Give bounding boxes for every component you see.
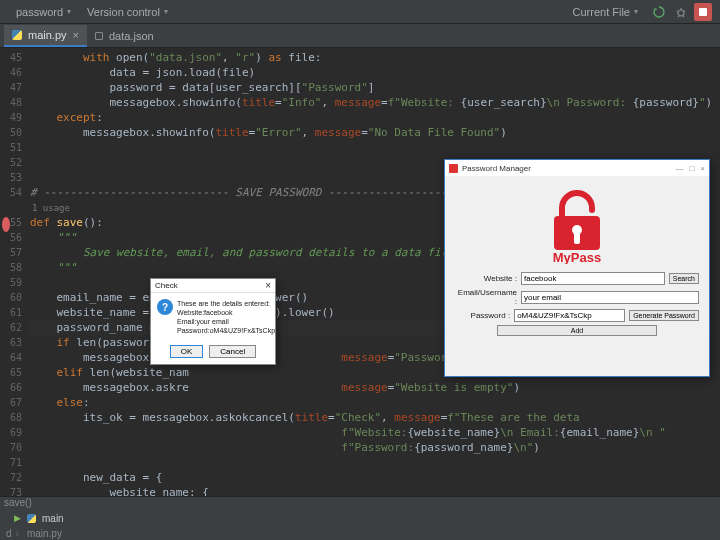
crumb-item[interactable]: main.py <box>27 528 62 539</box>
info-icon: ? <box>157 299 173 315</box>
run-tab[interactable]: ▶main <box>0 511 720 525</box>
search-button[interactable]: Search <box>669 273 699 284</box>
breadcrumb: d›main.py <box>0 525 720 540</box>
vcs-label: Version control <box>87 6 160 18</box>
add-button[interactable]: Add <box>497 325 657 336</box>
rerun-icon[interactable] <box>650 3 668 21</box>
email-input[interactable] <box>521 291 699 304</box>
dialog-message: These are the details entered: Website:f… <box>177 299 275 335</box>
pm-title-text: Password Manager <box>462 164 531 173</box>
website-input[interactable] <box>521 272 665 285</box>
python-file-icon <box>27 514 36 523</box>
maximize-icon[interactable]: □ <box>689 164 694 173</box>
close-icon[interactable]: × <box>265 280 271 291</box>
dialog-title: Check <box>155 281 178 290</box>
status-text: save() <box>4 497 32 508</box>
password-manager-window: Password Manager —□× MyPass Website : Se… <box>444 159 710 377</box>
lock-icon <box>449 164 458 173</box>
run-config-label: Current File <box>573 6 630 18</box>
tab-label: main.py <box>28 29 67 41</box>
tab-main-py[interactable]: main.py× <box>4 25 87 47</box>
vcs-selector[interactable]: Version control▾ <box>79 3 176 21</box>
close-icon[interactable]: × <box>73 29 79 41</box>
crumb-item[interactable]: d <box>6 528 12 539</box>
status-bar: save() <box>0 497 720 511</box>
pm-titlebar[interactable]: Password Manager —□× <box>445 160 709 176</box>
chevron-right-icon: ▶ <box>14 513 21 523</box>
python-file-icon <box>12 30 22 40</box>
bottom-panel: save() ▶main d›main.py <box>0 496 720 540</box>
pm-logo: MyPass <box>445 176 709 270</box>
minimize-icon[interactable]: — <box>675 164 683 173</box>
tab-data-json[interactable]: data.json <box>87 25 162 47</box>
generate-password-button[interactable]: Generate Password <box>629 310 699 321</box>
svg-text:MyPass: MyPass <box>553 250 601 264</box>
tab-label: data.json <box>109 30 154 42</box>
json-file-icon <box>95 32 103 40</box>
chevron-down-icon: ▾ <box>634 7 638 16</box>
chevron-down-icon: ▾ <box>164 7 168 16</box>
chevron-down-icon: ▾ <box>67 7 71 16</box>
password-input[interactable] <box>514 309 625 322</box>
debug-icon[interactable] <box>672 3 690 21</box>
cancel-button[interactable]: Cancel <box>209 345 256 358</box>
email-label: Email/Username : <box>455 288 517 306</box>
check-dialog: Check× ? These are the details entered: … <box>150 278 276 365</box>
svg-point-0 <box>678 10 684 16</box>
run-config-selector[interactable]: Current File▾ <box>565 3 646 21</box>
top-toolbar: password▾ Version control▾ Current File▾ <box>0 0 720 24</box>
password-label: Password : <box>455 311 510 320</box>
close-icon[interactable]: × <box>700 164 705 173</box>
project-selector[interactable]: password▾ <box>8 3 79 21</box>
run-file-label: main <box>42 513 64 524</box>
stop-button[interactable] <box>694 3 712 21</box>
website-label: Website : <box>455 274 517 283</box>
line-gutter: 4546474849505152535455565758596061626364… <box>0 48 28 496</box>
ok-button[interactable]: OK <box>170 345 204 358</box>
editor-tab-bar: main.py× data.json <box>0 24 720 48</box>
svg-rect-3 <box>574 232 580 244</box>
project-name: password <box>16 6 63 18</box>
dialog-titlebar[interactable]: Check× <box>151 279 275 293</box>
